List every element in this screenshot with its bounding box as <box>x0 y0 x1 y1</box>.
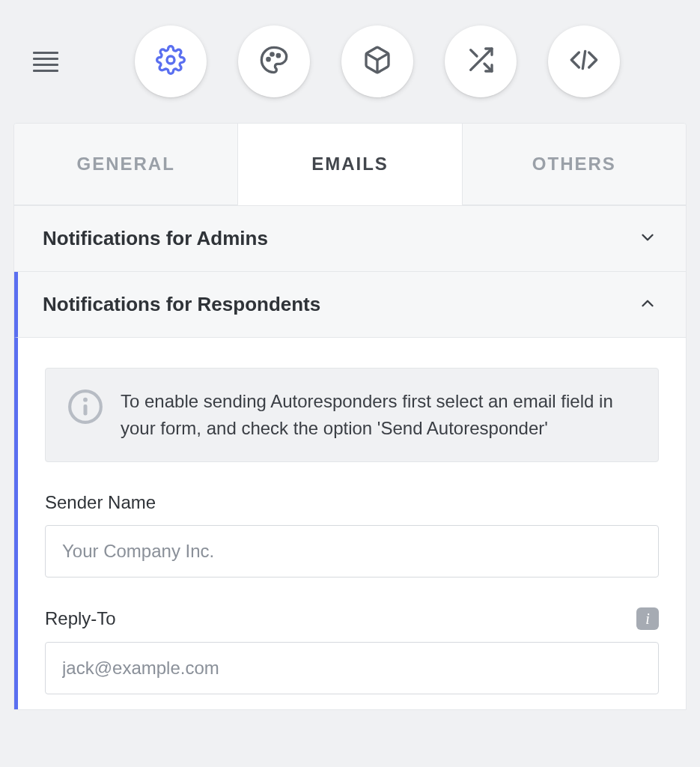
palette-icon <box>259 45 289 78</box>
menu-button[interactable] <box>33 52 58 72</box>
code-nav-button[interactable] <box>548 25 620 97</box>
svg-point-9 <box>83 398 88 402</box>
svg-line-6 <box>471 50 477 56</box>
tab-bar: GENERAL EMAILS OTHERS <box>14 124 686 205</box>
gear-icon <box>156 45 186 78</box>
svg-point-1 <box>267 58 270 61</box>
section-respondents-title: Notifications for Respondents <box>43 293 320 316</box>
section-admins: Notifications for Admins <box>14 205 686 271</box>
section-respondents-body: To enable sending Autoresponders first s… <box>14 337 686 709</box>
tab-emails[interactable]: EMAILS <box>237 124 462 205</box>
reply-to-help-icon[interactable]: i <box>636 607 659 630</box>
svg-point-2 <box>271 53 273 55</box>
theme-nav-button[interactable] <box>238 25 310 97</box>
info-callout: To enable sending Autoresponders first s… <box>45 368 659 462</box>
reply-to-label: Reply-To <box>45 608 116 629</box>
field-reply-to: Reply-To i <box>45 607 659 694</box>
svg-point-0 <box>167 56 174 64</box>
info-icon <box>67 388 104 428</box>
integrations-nav-button[interactable] <box>445 25 517 97</box>
code-icon <box>569 45 599 78</box>
svg-rect-10 <box>84 404 88 416</box>
section-admins-title: Notifications for Admins <box>43 227 268 250</box>
chevron-down-icon <box>638 228 657 250</box>
top-toolbar <box>0 0 700 123</box>
shuffle-icon <box>466 45 496 78</box>
svg-line-7 <box>582 51 585 68</box>
field-sender-name: Sender Name <box>45 492 659 577</box>
cube-icon <box>362 45 392 78</box>
section-respondents: Notifications for Respondents To enable … <box>14 271 686 709</box>
section-admins-header[interactable]: Notifications for Admins <box>14 206 686 271</box>
info-text: To enable sending Autoresponders first s… <box>121 388 637 442</box>
settings-nav-button[interactable] <box>135 25 207 97</box>
reply-to-input[interactable] <box>45 642 659 694</box>
components-nav-button[interactable] <box>341 25 413 97</box>
tab-general[interactable]: GENERAL <box>14 124 237 205</box>
tab-others[interactable]: OTHERS <box>463 124 686 205</box>
chevron-up-icon <box>638 294 657 316</box>
svg-point-3 <box>277 55 279 57</box>
sender-name-input[interactable] <box>45 525 659 577</box>
sender-name-label: Sender Name <box>45 492 156 513</box>
settings-panel: GENERAL EMAILS OTHERS Notifications for … <box>13 123 687 710</box>
section-respondents-header[interactable]: Notifications for Respondents <box>14 272 686 337</box>
